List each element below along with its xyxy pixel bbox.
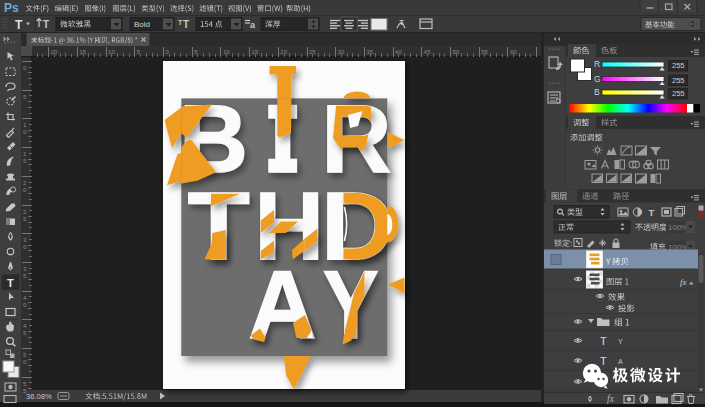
svg-text:60: 60 [510, 49, 517, 55]
svg-text:Bold: Bold [134, 20, 150, 29]
svg-text:50: 50 [453, 49, 460, 55]
svg-text:T: T [649, 207, 655, 218]
svg-text:15: 15 [79, 49, 86, 55]
svg-text:255: 255 [672, 76, 685, 85]
svg-text:36.08%: 36.08% [26, 392, 52, 401]
svg-text:35: 35 [366, 49, 373, 55]
svg-text:T: T [7, 277, 14, 289]
svg-text:R: R [594, 59, 600, 69]
svg-text:fx: fx [680, 277, 687, 287]
svg-text:25: 25 [309, 49, 316, 55]
svg-text:55: 55 [481, 49, 488, 55]
svg-text:45: 45 [424, 49, 431, 55]
svg-text:Ps: Ps [4, 1, 19, 15]
svg-text:T: T [600, 355, 607, 367]
svg-text:B: B [594, 87, 600, 97]
svg-text:A: A [618, 358, 623, 365]
svg-text:100%: 100% [668, 223, 688, 232]
svg-text:30: 30 [338, 49, 345, 55]
svg-text:255: 255 [672, 61, 685, 70]
svg-text:20: 20 [280, 49, 287, 55]
svg-text:40: 40 [395, 49, 402, 55]
svg-text:255: 255 [672, 89, 685, 98]
svg-text:T: T [183, 19, 189, 30]
svg-text:fx: fx [607, 394, 615, 404]
svg-text:Y: Y [618, 338, 623, 345]
svg-text:T: T [400, 19, 405, 26]
svg-text:G: G [594, 74, 601, 84]
svg-text:T: T [43, 19, 49, 30]
svg-text:10: 10 [223, 49, 230, 55]
svg-text:20: 20 [51, 49, 58, 55]
svg-text:10: 10 [108, 49, 115, 55]
svg-text:T: T [600, 335, 607, 347]
svg-text:T: T [15, 18, 23, 32]
svg-text:15: 15 [252, 49, 259, 55]
